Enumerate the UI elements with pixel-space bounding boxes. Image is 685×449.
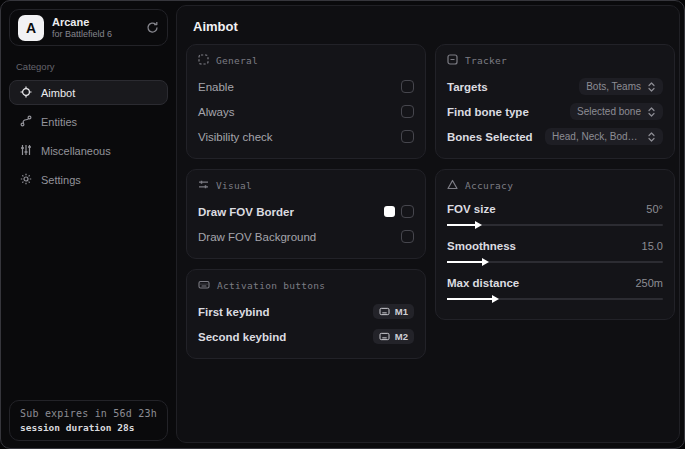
find-bone-type-select[interactable]: Selected bone bbox=[570, 103, 663, 120]
sidebar-item-label: Entities bbox=[41, 116, 77, 128]
session-duration-text: session duration 28s bbox=[20, 422, 157, 433]
app-logo: A bbox=[18, 15, 44, 41]
smoothness-slider[interactable] bbox=[447, 261, 663, 263]
sidebar-item-entities[interactable]: Entities bbox=[9, 109, 168, 134]
setting-label: FOV size bbox=[447, 203, 496, 215]
card-title: Visual bbox=[216, 180, 252, 191]
entities-icon bbox=[20, 115, 32, 129]
crosshair-icon bbox=[20, 86, 32, 100]
fov-border-color-swatch[interactable] bbox=[384, 206, 395, 217]
gear-icon bbox=[20, 173, 32, 187]
fov-size-value: 50° bbox=[646, 203, 663, 215]
setting-label: Enable bbox=[198, 81, 234, 93]
visual-card: Visual Draw FOV Border Draw FOV Backgrou… bbox=[186, 169, 426, 259]
subscription-info: Sub expires in 56d 23h session duration … bbox=[9, 400, 168, 441]
setting-label: Find bone type bbox=[447, 106, 529, 118]
fov-size-slider[interactable] bbox=[447, 224, 663, 226]
setting-row-draw-fov-border: Draw FOV Border bbox=[198, 199, 414, 224]
activation-buttons-card: Activation buttons First keybind M1 Seco… bbox=[186, 269, 426, 359]
card-title: Accuracy bbox=[465, 180, 513, 191]
setting-label: Targets bbox=[447, 81, 488, 93]
app-header: A Arcane for Battlefield 6 bbox=[9, 9, 168, 46]
card-title: General bbox=[216, 55, 258, 66]
draw-fov-background-checkbox[interactable] bbox=[401, 230, 414, 243]
setting-label: Draw FOV Border bbox=[198, 206, 294, 218]
category-label: Category bbox=[16, 61, 168, 72]
smoothness-value: 15.0 bbox=[642, 240, 663, 252]
setting-label: Max distance bbox=[447, 277, 519, 289]
visibility-check-checkbox[interactable] bbox=[401, 130, 414, 143]
smoothness-setting: Smoothness 15.0 bbox=[447, 236, 663, 263]
general-card: General Enable Always Visibility check bbox=[186, 44, 426, 159]
setting-row-first-keybind: First keybind M1 bbox=[198, 299, 414, 324]
setting-label: Draw FOV Background bbox=[198, 231, 316, 243]
max-distance-value: 250m bbox=[635, 277, 663, 289]
general-icon bbox=[198, 54, 209, 67]
sidebar: A Arcane for Battlefield 6 Category Aimb… bbox=[1, 1, 176, 448]
main-panel: Aimbot General Enable bbox=[176, 5, 680, 443]
keyboard-icon bbox=[198, 279, 210, 292]
setting-row-targets: Targets Bots, Teams bbox=[447, 74, 663, 99]
draw-fov-border-checkbox[interactable] bbox=[401, 205, 414, 218]
sidebar-item-label: Miscellaneous bbox=[41, 145, 111, 157]
sidebar-item-aimbot[interactable]: Aimbot bbox=[9, 80, 168, 105]
first-keybind-button[interactable]: M1 bbox=[373, 304, 414, 319]
chevron-updown-icon bbox=[647, 107, 656, 117]
setting-label: Smoothness bbox=[447, 240, 516, 252]
max-distance-slider[interactable] bbox=[447, 298, 663, 300]
sidebar-item-label: Settings bbox=[41, 174, 81, 186]
accuracy-icon bbox=[447, 179, 458, 192]
sidebar-item-settings[interactable]: Settings bbox=[9, 167, 168, 192]
max-distance-setting: Max distance 250m bbox=[447, 273, 663, 300]
setting-row-bones-selected: Bones Selected Head, Neck, Body, Pe.. bbox=[447, 124, 663, 149]
setting-row-second-keybind: Second keybind M2 bbox=[198, 324, 414, 349]
accuracy-card: Accuracy FOV size 50° Smoothness bbox=[435, 169, 675, 320]
second-keybind-button[interactable]: M2 bbox=[373, 329, 414, 344]
card-title: Tracker bbox=[465, 55, 507, 66]
setting-label: Always bbox=[198, 106, 234, 118]
tracker-card: Tracker Targets Bots, Teams Find bone ty… bbox=[435, 44, 675, 159]
bones-selected-select[interactable]: Head, Neck, Body, Pe.. bbox=[545, 128, 663, 145]
setting-row-always: Always bbox=[198, 99, 414, 124]
setting-row-visibility-check: Visibility check bbox=[198, 124, 414, 149]
sub-expiry-text: Sub expires in 56d 23h bbox=[20, 408, 157, 419]
sync-icon[interactable] bbox=[146, 21, 159, 34]
app-subtitle: for Battlefield 6 bbox=[52, 29, 112, 39]
always-checkbox[interactable] bbox=[401, 105, 414, 118]
setting-label: Visibility check bbox=[198, 131, 273, 143]
chevron-updown-icon bbox=[647, 132, 656, 142]
setting-row-find-bone-type: Find bone type Selected bone bbox=[447, 99, 663, 124]
setting-label: Bones Selected bbox=[447, 131, 533, 143]
sidebar-item-label: Aimbot bbox=[41, 87, 75, 99]
page-title: Aimbot bbox=[193, 19, 679, 34]
app-window: A Arcane for Battlefield 6 Category Aimb… bbox=[0, 0, 685, 449]
tracker-icon bbox=[447, 54, 458, 67]
sliders-icon bbox=[20, 144, 32, 158]
setting-row-draw-fov-background: Draw FOV Background bbox=[198, 224, 414, 249]
enable-checkbox[interactable] bbox=[401, 80, 414, 93]
card-title: Activation buttons bbox=[217, 280, 325, 291]
visual-icon bbox=[198, 179, 209, 192]
keyboard-icon bbox=[379, 307, 390, 316]
chevron-updown-icon bbox=[647, 82, 656, 92]
setting-row-enable: Enable bbox=[198, 74, 414, 99]
targets-select[interactable]: Bots, Teams bbox=[579, 78, 663, 95]
fov-size-setting: FOV size 50° bbox=[447, 199, 663, 226]
setting-label: First keybind bbox=[198, 306, 270, 318]
keyboard-icon bbox=[379, 332, 390, 341]
sidebar-item-miscellaneous[interactable]: Miscellaneous bbox=[9, 138, 168, 163]
app-name: Arcane bbox=[52, 16, 112, 29]
setting-label: Second keybind bbox=[198, 331, 286, 343]
